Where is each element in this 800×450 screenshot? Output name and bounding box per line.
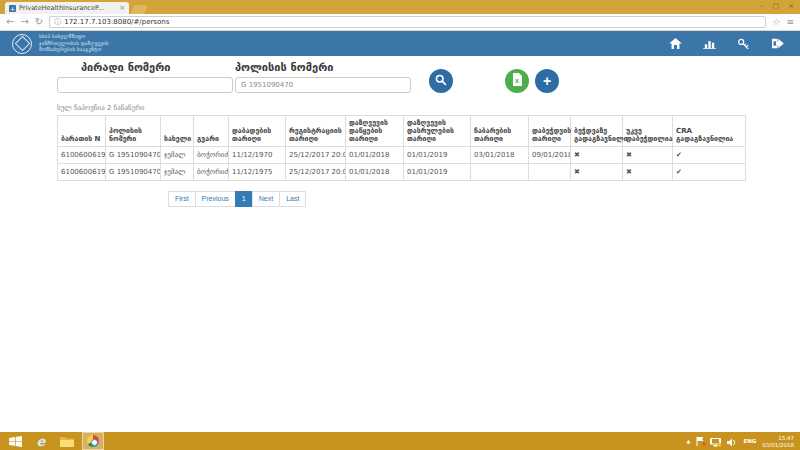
forward-icon[interactable]: → xyxy=(20,17,28,27)
results-table: ბარათის N პოლისის ნომერი სახელი გვარი და… xyxy=(57,115,746,181)
internet-explorer-icon[interactable]: e xyxy=(30,432,52,450)
address-bar[interactable]: ⓘ 172.17.7.103:8080/#/persons xyxy=(49,16,766,28)
org-name: სსიპ სახელმწიფო ჯანმრთელობის დაზღვევის მ… xyxy=(39,34,109,53)
refresh-icon[interactable]: ↻ xyxy=(35,17,43,27)
pagination-last-button[interactable]: Last xyxy=(279,191,306,207)
back-icon[interactable]: ← xyxy=(6,17,14,27)
pagination-first-button[interactable]: First xyxy=(168,191,196,207)
bookmark-star-icon[interactable]: ☆ xyxy=(772,17,780,27)
table-cell xyxy=(471,164,529,181)
excel-file-icon: x xyxy=(512,73,523,89)
statistics-chart-icon[interactable] xyxy=(703,38,716,49)
pagination-next-button[interactable]: Next xyxy=(252,191,280,207)
tray-expand-icon[interactable]: ▲ xyxy=(687,438,691,444)
search-form: პირადი ნომერი პოლისის ნომერი x + xyxy=(57,61,800,93)
pagination: First Previous 1 Next Last xyxy=(169,191,306,207)
table-row[interactable]: 61006006190 G 1951090470 ჯემალ ბოჭორიძე … xyxy=(58,164,746,181)
table-cell: 11/12/1970 xyxy=(229,147,286,164)
file-explorer-icon[interactable] xyxy=(56,432,78,450)
table-header-cell: დაბეჭდვის თარიღი xyxy=(529,116,571,147)
favicon-icon: + xyxy=(9,5,16,12)
table-cell: 09/01/2018 xyxy=(529,147,571,164)
logout-icon[interactable] xyxy=(771,38,784,49)
new-tab-button[interactable] xyxy=(130,5,147,14)
url-text: 172.17.7.103:8080/#/persons xyxy=(64,18,169,26)
table-cell: ჯემალ xyxy=(161,164,194,181)
org-emblem-logo xyxy=(12,34,32,54)
key-icon[interactable] xyxy=(737,38,750,49)
table-header-cell: დაბადების თარიღი xyxy=(229,116,286,147)
window-close-icon[interactable]: × xyxy=(788,2,794,10)
table-cell: 03/01/2018 xyxy=(471,147,529,164)
header-nav xyxy=(669,38,788,49)
language-indicator[interactable]: ENG xyxy=(743,438,756,444)
pagination-previous-button[interactable]: Previous xyxy=(195,191,236,207)
browser-toolbar: ← → ↻ ⓘ 172.17.7.103:8080/#/persons ☆ ≡ xyxy=(0,14,800,31)
browser-tab[interactable]: + PrivateHealthInsuranceP... × xyxy=(5,2,129,14)
search-button[interactable] xyxy=(429,69,453,93)
pagination-page-1-button[interactable]: 1 xyxy=(235,191,253,207)
windows-flag-icon xyxy=(9,436,22,447)
table-cell: ✖ xyxy=(623,164,673,181)
volume-icon[interactable] xyxy=(727,432,737,450)
chrome-taskbar-icon[interactable] xyxy=(82,432,104,450)
start-button[interactable] xyxy=(4,432,26,450)
table-header-cell: ბეჭდვაზე გადაგზავნილი xyxy=(571,116,623,147)
personal-number-field-group: პირადი ნომერი xyxy=(57,61,233,93)
table-cell: ✔ xyxy=(673,164,746,181)
table-cell: 01/01/2018 xyxy=(346,147,404,164)
clock-time: 15:47 xyxy=(778,435,794,441)
table-cell: 11/12/1975 xyxy=(229,164,286,181)
policy-number-input[interactable] xyxy=(235,77,411,93)
org-name-line: სსიპ სახელმწიფო xyxy=(39,34,109,40)
table-cell: ✖ xyxy=(623,147,673,164)
network-icon[interactable] xyxy=(710,432,721,450)
org-emblem-inner xyxy=(14,36,30,52)
table-header-cell: გვარი xyxy=(194,116,229,147)
table-cell: ✖ xyxy=(571,147,623,164)
browser-titlebar: + PrivateHealthInsuranceP... × – □ × xyxy=(0,0,800,14)
clock-date: 03/01/2018 xyxy=(762,442,794,448)
table-header-cell: ბარათის N xyxy=(58,116,106,147)
table-cell: 61006006190 xyxy=(58,164,106,181)
table-header-cell: CRA გადაგზავნილია xyxy=(673,116,746,147)
app-header: სსიპ სახელმწიფო ჯანმრთელობის დაზღვევის მ… xyxy=(0,31,800,56)
windows-taskbar: e ▲ × ENG 15:47 03/01/2018 xyxy=(0,432,800,450)
table-header-cell: პოლისის ნომერი xyxy=(106,116,161,147)
table-row[interactable]: 61006006190 G 1951090470 ჯემალ ბოჭორიძე … xyxy=(58,147,746,164)
screen: + PrivateHealthInsuranceP... × – □ × ← →… xyxy=(0,0,800,450)
table-cell: 25/12/2017 20:07 xyxy=(286,147,346,164)
main-content: პირადი ნომერი პოლისის ნომერი x + სულ xyxy=(0,56,800,432)
org-name-line: მომსახურების სააგენტო xyxy=(39,47,109,53)
table-cell: ✖ xyxy=(571,164,623,181)
results-summary: სულ ნაპოვნია 2 ჩანაწერი xyxy=(57,104,800,112)
table-header-cell: ჩაბარების თარიღი xyxy=(471,116,529,147)
home-icon[interactable] xyxy=(669,38,682,49)
add-button[interactable]: + xyxy=(535,69,559,93)
personal-number-input[interactable] xyxy=(57,77,233,93)
menu-icon[interactable]: ≡ xyxy=(786,17,794,27)
table-cell: 01/01/2018 xyxy=(346,164,404,181)
tab-close-icon[interactable]: × xyxy=(119,4,125,12)
tab-title: PrivateHealthInsuranceP... xyxy=(19,4,116,12)
page-info-icon[interactable]: ⓘ xyxy=(54,17,61,27)
table-header-cell: უკვე დაბეჭდილია xyxy=(623,116,673,147)
window-maximize-icon[interactable]: □ xyxy=(773,2,780,10)
table-cell: G 1951090470 xyxy=(106,164,161,181)
table-cell xyxy=(529,164,571,181)
chrome-logo-icon xyxy=(87,435,99,447)
table-cell: 01/01/2019 xyxy=(404,164,471,181)
action-center-flag-icon[interactable]: × xyxy=(696,437,704,446)
window-minimize-icon[interactable]: – xyxy=(760,2,764,10)
table-cell: ბოჭორიძე xyxy=(194,147,229,164)
personal-number-label: პირადი ნომერი xyxy=(81,61,233,74)
export-excel-button[interactable]: x xyxy=(505,69,529,93)
table-cell: ჯემალ xyxy=(161,147,194,164)
search-icon xyxy=(435,74,447,89)
taskbar-clock[interactable]: 15:47 03/01/2018 xyxy=(762,435,794,448)
system-tray: ▲ × ENG 15:47 03/01/2018 xyxy=(687,432,796,450)
table-header-cell: სახელი xyxy=(161,116,194,147)
policy-number-label: პოლისის ნომერი xyxy=(235,61,411,74)
table-cell: ✔ xyxy=(673,147,746,164)
policy-number-field-group: პოლისის ნომერი xyxy=(235,61,411,93)
